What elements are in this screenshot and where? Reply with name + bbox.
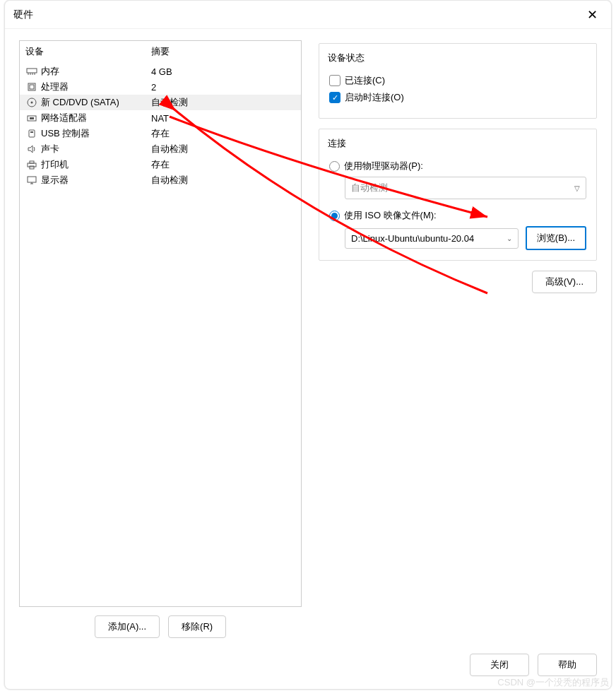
- network-icon: [25, 112, 38, 124]
- close-icon[interactable]: ✕: [581, 4, 603, 25]
- table-row[interactable]: USB 控制器存在: [20, 126, 301, 141]
- svg-rect-16: [28, 177, 36, 182]
- table-row[interactable]: 网络适配器NAT: [20, 110, 301, 126]
- cpu-icon: [25, 81, 38, 93]
- physical-drive-value: 自动检测: [351, 182, 388, 194]
- table-row[interactable]: 声卡自动检测: [20, 141, 301, 157]
- table-row[interactable]: 处理器2: [20, 79, 301, 95]
- content-area: 设备 摘要 内存4 GB处理器2新 CD/DVD (SATA)自动检测网络适配器…: [5, 29, 611, 645]
- svg-rect-10: [30, 117, 34, 119]
- svg-point-8: [31, 102, 33, 104]
- table-header: 设备 摘要: [20, 41, 301, 64]
- device-name: 打印机: [41, 158, 151, 171]
- connect-poweron-row[interactable]: 启动时连接(O): [329, 91, 586, 104]
- table-buttons: 添加(A)... 移除(R): [19, 615, 302, 638]
- table-row[interactable]: 内存4 GB: [20, 64, 301, 79]
- chevron-down-icon: ▽: [574, 184, 580, 192]
- left-pane: 设备 摘要 内存4 GB处理器2新 CD/DVD (SATA)自动检测网络适配器…: [19, 40, 302, 638]
- physical-drive-row[interactable]: 使用物理驱动器(P):: [329, 160, 586, 172]
- display-icon: [25, 175, 38, 186]
- right-pane: 设备状态 已连接(C) 启动时连接(O) 连接 使用物理驱动器(P):: [319, 40, 597, 638]
- browse-button[interactable]: 浏览(B)...: [526, 226, 586, 250]
- device-summary: NAT: [151, 113, 295, 124]
- connected-checkbox[interactable]: [329, 75, 340, 86]
- usb-icon: [25, 128, 38, 139]
- physical-drive-label: 使用物理驱动器(P):: [344, 160, 423, 172]
- chevron-down-icon: ⌄: [507, 235, 512, 242]
- physical-drive-select-wrap: 自动检测 ▽: [345, 177, 586, 199]
- iso-file-row[interactable]: 使用 ISO 映像文件(M):: [329, 209, 586, 222]
- advanced-button[interactable]: 高级(V)...: [532, 271, 597, 293]
- advanced-row: 高级(V)...: [319, 271, 597, 293]
- device-name: 处理器: [41, 81, 151, 93]
- dialog-title: 硬件: [13, 8, 581, 21]
- connect-poweron-label: 启动时连接(O): [345, 91, 404, 104]
- add-button[interactable]: 添加(A)...: [95, 615, 160, 638]
- device-name: 内存: [41, 65, 151, 78]
- table-row[interactable]: 显示器自动检测: [20, 172, 301, 188]
- svg-rect-14: [30, 161, 34, 163]
- printer-icon: [25, 159, 38, 170]
- physical-drive-select[interactable]: 自动检测 ▽: [345, 177, 586, 199]
- connected-label: 已连接(C): [345, 74, 385, 87]
- device-table: 设备 摘要 内存4 GB处理器2新 CD/DVD (SATA)自动检测网络适配器…: [19, 40, 302, 607]
- iso-file-label: 使用 ISO 映像文件(M):: [344, 209, 437, 222]
- cd-icon: [25, 97, 38, 108]
- table-row[interactable]: 打印机存在: [20, 157, 301, 172]
- connection-title: 连接: [325, 137, 349, 150]
- device-name: 声卡: [41, 143, 151, 155]
- device-summary: 存在: [151, 158, 295, 171]
- device-name: 网络适配器: [41, 112, 151, 124]
- connected-row[interactable]: 已连接(C): [329, 74, 586, 87]
- device-summary: 4 GB: [151, 66, 295, 77]
- table-row[interactable]: 新 CD/DVD (SATA)自动检测: [20, 95, 301, 110]
- help-button[interactable]: 帮助: [538, 654, 597, 676]
- iso-select-wrap: D:\Linux-Ubuntu\ubuntu-20.04 ⌄ 浏览(B)...: [345, 226, 586, 250]
- svg-rect-12: [30, 131, 33, 133]
- sound-icon: [25, 143, 38, 155]
- connection-group: 连接 使用物理驱动器(P): 自动检测 ▽ 使用 ISO 映像文件(M):: [319, 129, 597, 261]
- connect-poweron-checkbox[interactable]: [329, 92, 340, 103]
- svg-rect-11: [29, 130, 35, 137]
- memory-icon: [25, 66, 38, 77]
- remove-button[interactable]: 移除(R): [168, 615, 226, 638]
- iso-file-value: D:\Linux-Ubuntu\ubuntu-20.04: [351, 233, 474, 244]
- titlebar: 硬件 ✕: [5, 1, 611, 29]
- device-summary: 自动检测: [151, 143, 295, 155]
- device-summary: 2: [151, 82, 295, 93]
- iso-file-radio[interactable]: [329, 211, 340, 221]
- table-body: 内存4 GB处理器2新 CD/DVD (SATA)自动检测网络适配器NATUSB…: [20, 64, 301, 606]
- iso-file-select[interactable]: D:\Linux-Ubuntu\ubuntu-20.04 ⌄: [345, 228, 519, 249]
- svg-rect-6: [30, 85, 34, 89]
- header-summary: 摘要: [151, 45, 295, 58]
- device-summary: 自动检测: [151, 96, 295, 109]
- device-name: 新 CD/DVD (SATA): [41, 96, 151, 109]
- device-name: USB 控制器: [41, 127, 151, 140]
- status-title: 设备状态: [325, 52, 367, 64]
- svg-rect-0: [27, 69, 37, 73]
- watermark-right: CSDN @一个没秃的程序员: [497, 676, 609, 689]
- physical-drive-radio[interactable]: [329, 161, 340, 172]
- hardware-dialog: 硬件 ✕ 设备 摘要 内存4 GB处理器2新 CD/DVD (SATA)自动检测…: [4, 0, 612, 690]
- header-device: 设备: [25, 45, 151, 58]
- device-summary: 自动检测: [151, 174, 295, 187]
- close-button[interactable]: 关闭: [470, 654, 529, 676]
- device-status-group: 设备状态 已连接(C) 启动时连接(O): [319, 43, 597, 119]
- device-name: 显示器: [41, 174, 151, 187]
- device-summary: 存在: [151, 127, 295, 140]
